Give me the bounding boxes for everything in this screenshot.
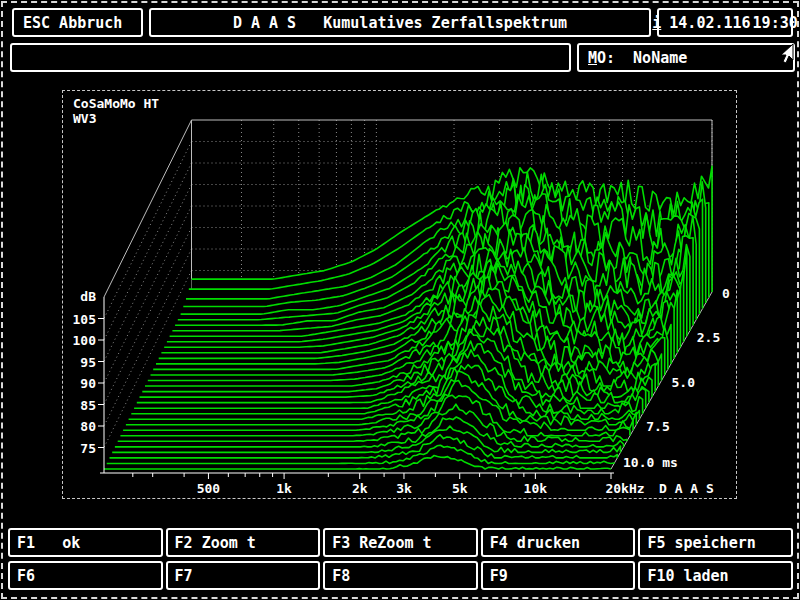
date-text: 14.02.116	[669, 14, 750, 32]
db-tick-label: 85	[80, 398, 96, 413]
esc-abort-button[interactable]: ESC Abbruch	[12, 8, 143, 37]
time-tick-label: 7.5	[646, 419, 669, 434]
db-tick-label: 100	[73, 333, 97, 348]
db-tick-label: 90	[80, 376, 96, 391]
csd-slice-curve	[107, 445, 615, 463]
command-input-box	[10, 43, 571, 72]
measurement-name: CoSaMoMo HT	[73, 96, 159, 111]
fkey-button-f6[interactable]: F6	[8, 561, 163, 590]
sidewall-top-edge	[104, 120, 192, 297]
fkey-button-f5[interactable]: F5 speichern	[638, 528, 793, 557]
daas-brand-label: D A A S	[659, 481, 714, 496]
mo-label: O:	[597, 49, 615, 67]
mo-value: NoName	[633, 49, 687, 67]
time-text: 19:30	[753, 14, 798, 32]
sidewall-db-gridline	[104, 206, 192, 383]
csd-slice-fill	[107, 445, 615, 463]
sidewall-db-gridline	[104, 228, 192, 405]
mouse-cursor	[772, 44, 796, 66]
time-tick-label: 0	[722, 286, 730, 301]
db-tick-label: 75	[80, 441, 96, 456]
info-datetime-button[interactable]: i 14.02.116 19:30	[657, 8, 793, 37]
waterfall-svg: dB75808590951001055001k2k3k5k10k20kHz02.…	[63, 91, 736, 498]
fkey-button-f4[interactable]: F4 drucken	[481, 528, 636, 557]
command-input[interactable]	[12, 49, 569, 67]
time-tick-label: 10.0 ms	[623, 455, 678, 470]
daas-screen: ESC Abbruch D A A S Kumulatives Zerfalls…	[0, 0, 800, 600]
fkey-row-1: F1 okF2 Zoom tF3 ReZoom tF4 druckenF5 sp…	[8, 528, 793, 557]
freq-tick-label: 1k	[276, 481, 292, 496]
freq-tick-label: 5k	[452, 481, 468, 496]
fkey-button-f10[interactable]: F10 laden	[638, 561, 793, 590]
fkey-button-f3[interactable]: F3 ReZoom t	[323, 528, 478, 557]
fkey-button-f2[interactable]: F2 Zoom t	[166, 528, 321, 557]
db-tick-label: 80	[80, 419, 96, 434]
mo-hotkey: M	[588, 49, 597, 67]
time-tick-label: 5.0	[672, 375, 696, 390]
sidewall-db-gridline	[104, 142, 192, 319]
waterfall-plot-area: dB75808590951001055001k2k3k5k10k20kHz02.…	[62, 90, 737, 499]
fkey-button-f7[interactable]: F7	[166, 561, 321, 590]
db-axis-title: dB	[80, 289, 96, 304]
db-tick-label: 95	[80, 355, 96, 370]
fkey-button-f9[interactable]: F9	[481, 561, 636, 590]
window-title: D A A S Kumulatives Zerfallspektrum	[149, 8, 651, 37]
measurement-labels: CoSaMoMo HTWV3	[73, 96, 159, 126]
db-tick-label: 105	[73, 312, 96, 327]
freq-tick-label: 500	[197, 481, 221, 496]
sidewall-db-gridline	[104, 185, 192, 362]
mo-model-select[interactable]: MO: NoName	[577, 43, 795, 72]
time-tick-label: 2.5	[697, 330, 720, 345]
measurement-wave: WV3	[73, 111, 96, 126]
info-icon: i	[652, 14, 661, 32]
freq-tick-label: 10k	[524, 481, 548, 496]
freq-tick-label: 3k	[396, 481, 412, 496]
fkey-row-2: F6F7F8F9F10 laden	[8, 561, 793, 590]
fkey-button-f1[interactable]: F1 ok	[8, 528, 163, 557]
sidewall-db-gridline	[104, 163, 192, 340]
fkey-button-f8[interactable]: F8	[323, 561, 478, 590]
sidewall-db-gridline	[104, 249, 192, 426]
freq-tick-label: 20kHz	[605, 481, 644, 496]
freq-tick-label: 2k	[352, 481, 368, 496]
